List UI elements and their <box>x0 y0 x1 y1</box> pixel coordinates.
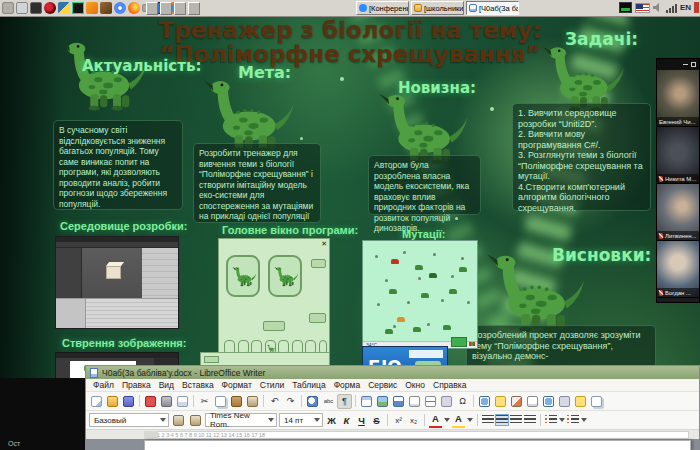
bullet-list-button[interactable] <box>545 415 557 425</box>
spellcheck-icon[interactable]: abc <box>321 394 336 409</box>
insert-chart-icon[interactable] <box>391 394 406 409</box>
menu-window[interactable]: Окно <box>401 380 429 390</box>
taskbar-window-button[interactable] <box>174 2 186 15</box>
caption-main-window: Головне вікно програми: <box>222 224 358 236</box>
menu-form[interactable]: Форма <box>330 380 365 390</box>
writer-titlebar[interactable]: Ч0аб(3а бабліва'у.docx - LibreOffice Wri… <box>86 366 699 379</box>
menu-table[interactable]: Таблица <box>288 380 329 390</box>
find-replace-icon[interactable] <box>305 394 320 409</box>
language-indicator[interactable]: EN <box>680 3 691 12</box>
green-dino-sprite <box>413 327 421 332</box>
strikethrough-button[interactable]: S <box>370 413 383 428</box>
superscript-button[interactable]: x² <box>392 413 405 428</box>
mic-muted-icon <box>659 233 663 239</box>
chromium-icon[interactable] <box>114 2 126 14</box>
bookmark-icon[interactable] <box>573 394 588 409</box>
align-justify-button[interactable] <box>524 415 536 425</box>
open-icon[interactable] <box>105 394 120 409</box>
print-icon[interactable] <box>159 394 174 409</box>
menu-help[interactable]: Справка <box>429 380 470 390</box>
align-left-button[interactable] <box>482 415 494 425</box>
new-style-icon[interactable] <box>188 413 203 428</box>
bold-button[interactable]: Ж <box>325 413 338 428</box>
taskbar-button-conference[interactable]: [Конференци... <box>356 1 409 15</box>
system-monitor-icon[interactable] <box>619 2 632 13</box>
taskbar-window-button[interactable] <box>188 2 200 15</box>
insert-field-icon[interactable] <box>439 394 454 409</box>
insert-image-icon[interactable] <box>375 394 390 409</box>
menu-view[interactable]: Вид <box>155 380 178 390</box>
redo-icon[interactable]: ↷ <box>283 394 298 409</box>
menu-edit[interactable]: Правка <box>118 380 155 390</box>
windows-icon[interactable] <box>16 2 28 14</box>
maximize-icon[interactable] <box>691 62 696 67</box>
chevron-down-icon[interactable] <box>581 418 587 425</box>
writer-document-area[interactable] <box>86 439 699 450</box>
pycharm-icon[interactable] <box>72 2 84 14</box>
writer-ruler[interactable]: 1 2 3 4 5 6 7 8 9 10 11 12 13 14 15 16 1… <box>86 429 699 439</box>
paragraph-style-select[interactable]: Базовый <box>89 413 169 427</box>
chevron-down-icon[interactable] <box>444 418 450 425</box>
underline-button[interactable]: Ч <box>355 413 368 428</box>
print-preview-icon[interactable] <box>175 394 190 409</box>
network-signal-icon[interactable] <box>666 3 677 13</box>
menu-file[interactable]: Файл <box>89 380 118 390</box>
tray-cut-icon <box>694 2 699 13</box>
align-center-button[interactable] <box>496 415 508 425</box>
italic-button[interactable]: К <box>340 413 353 428</box>
basic-shapes-icon[interactable] <box>541 394 556 409</box>
document-page[interactable] <box>144 440 691 450</box>
program-main-window-screenshot: ✕ <box>218 238 330 365</box>
insert-comment-icon[interactable] <box>493 394 508 409</box>
paste-icon[interactable] <box>229 394 244 409</box>
copy-icon[interactable] <box>213 394 228 409</box>
speaker-icon[interactable] <box>653 3 663 13</box>
chevron-down-icon[interactable] <box>559 418 565 425</box>
menu-insert[interactable]: Вставка <box>178 380 218 390</box>
launcher-icon[interactable] <box>2 2 14 14</box>
menu-tools[interactable]: Сервис <box>364 380 401 390</box>
insert-table-icon[interactable] <box>359 394 374 409</box>
insert-footnote-icon[interactable] <box>557 394 572 409</box>
font-color-button[interactable]: А <box>429 413 442 428</box>
us-flag-icon[interactable] <box>635 3 650 13</box>
section-heading-goal: Мета: <box>238 63 291 82</box>
track-changes-icon[interactable] <box>509 394 524 409</box>
firefox-icon[interactable] <box>128 2 140 14</box>
lightning-icon[interactable] <box>86 2 98 14</box>
minimize-icon[interactable] <box>683 64 688 66</box>
menu-format[interactable]: Формат <box>218 380 256 390</box>
undo-icon[interactable]: ↶ <box>267 394 282 409</box>
python-icon[interactable] <box>58 2 70 14</box>
taskbar-window-button[interactable] <box>146 2 158 15</box>
highlight-color-button[interactable]: А <box>452 413 465 428</box>
paint-brush-icon[interactable] <box>100 2 112 14</box>
font-name-select[interactable]: Times New Rom. <box>205 413 277 427</box>
taskbar-button-writer[interactable]: [Ч0аб(3а бабл... <box>466 1 519 15</box>
subscript-button[interactable]: x₂ <box>407 413 420 428</box>
cross-reference-icon[interactable] <box>589 394 604 409</box>
chevron-down-icon[interactable] <box>467 418 473 425</box>
cut-icon[interactable]: ✂ <box>197 394 212 409</box>
debian-swirl-icon[interactable] <box>44 2 56 14</box>
special-character-icon[interactable]: Ω <box>455 394 470 409</box>
align-right-button[interactable] <box>510 415 522 425</box>
taskbar-button-folder[interactable]: [школьники в... <box>411 1 464 15</box>
taskbar-window-button[interactable] <box>160 2 172 15</box>
formatting-marks-icon[interactable]: ¶ <box>337 394 352 409</box>
numbered-list-button[interactable] <box>567 415 579 425</box>
insert-hyperlink-icon[interactable] <box>477 394 492 409</box>
monitor-icon[interactable] <box>30 2 42 14</box>
save-icon[interactable] <box>121 394 136 409</box>
font-size-select[interactable]: 14 пт <box>279 413 323 427</box>
page-break-icon[interactable] <box>423 394 438 409</box>
new-document-icon[interactable] <box>89 394 104 409</box>
menu-styles[interactable]: Стили <box>256 380 289 390</box>
insert-line-icon[interactable] <box>525 394 540 409</box>
update-style-icon[interactable] <box>171 413 186 428</box>
goal-text: Розробити тренажер для вивчення теми з б… <box>193 143 321 223</box>
insert-textbox-icon[interactable] <box>407 394 422 409</box>
clone-formatting-icon[interactable] <box>245 394 260 409</box>
participant-name-bar: Евгений Чи... <box>657 117 699 126</box>
export-pdf-icon[interactable] <box>143 394 158 409</box>
